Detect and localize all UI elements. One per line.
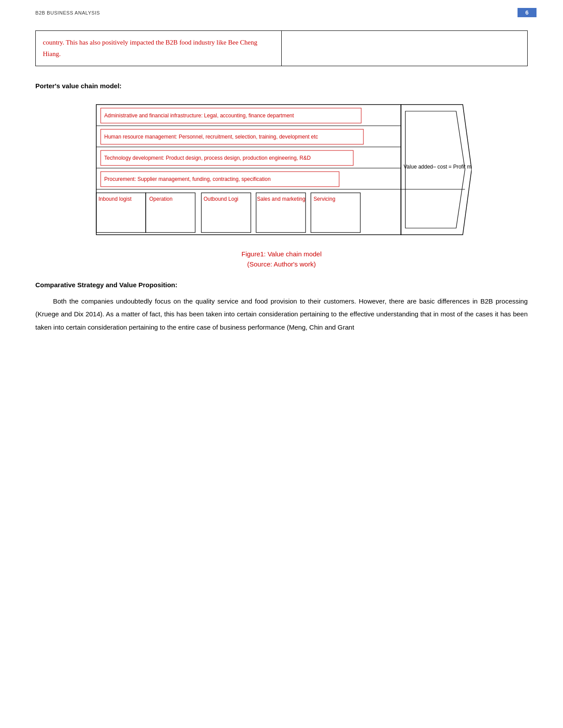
page-header: B2B BUSINESS ANALYSIS 6 xyxy=(0,0,563,22)
value-chain-diagram: Administrative and financial infrastruct… xyxy=(92,100,472,241)
svg-text:Administrative and financial i: Administrative and financial infrastruct… xyxy=(104,113,294,119)
comparative-heading: Comparative Strategy and Value Propositi… xyxy=(35,281,528,289)
source-caption: (Source: Author's work) xyxy=(35,260,528,268)
porters-section: Porter's value chain model: xyxy=(35,82,528,268)
svg-text:Outbound Logi: Outbound Logi xyxy=(204,196,238,202)
table-right-cell xyxy=(282,31,528,66)
svg-text:Operation: Operation xyxy=(149,196,173,202)
svg-text:Technology development: Produc: Technology development: Product design, … xyxy=(104,155,311,161)
svg-text:Human resource management: Per: Human resource management: Personnel, re… xyxy=(104,134,318,140)
figure-caption: Figure1: Value chain model xyxy=(35,250,528,258)
svg-text:Value added– cost = Profit mar: Value added– cost = Profit margin xyxy=(404,164,472,170)
intro-table: country. This has also positively impact… xyxy=(35,30,528,66)
document-title: B2B BUSINESS ANALYSIS xyxy=(35,10,100,15)
table-left-cell: country. This has also positively impact… xyxy=(36,31,282,66)
page-number: 6 xyxy=(518,8,537,17)
svg-text:Inbound logist: Inbound logist xyxy=(98,196,132,202)
comparative-paragraph: Both the companies undoubtedly focus on … xyxy=(35,295,528,334)
porters-heading: Porter's value chain model: xyxy=(35,82,528,90)
svg-text:Procurement: Supplier manageme: Procurement: Supplier management, fundin… xyxy=(104,176,271,182)
comparative-section: Comparative Strategy and Value Propositi… xyxy=(35,281,528,334)
svg-text:Sales and marketing: Sales and marketing xyxy=(257,196,305,202)
value-chain-svg: Administrative and financial infrastruct… xyxy=(92,100,472,241)
main-content: country. This has also positively impact… xyxy=(0,22,563,351)
svg-text:Servicing: Servicing xyxy=(314,196,335,202)
svg-rect-0 xyxy=(96,105,401,235)
table-left-text: country. This has also positively impact… xyxy=(43,39,257,57)
